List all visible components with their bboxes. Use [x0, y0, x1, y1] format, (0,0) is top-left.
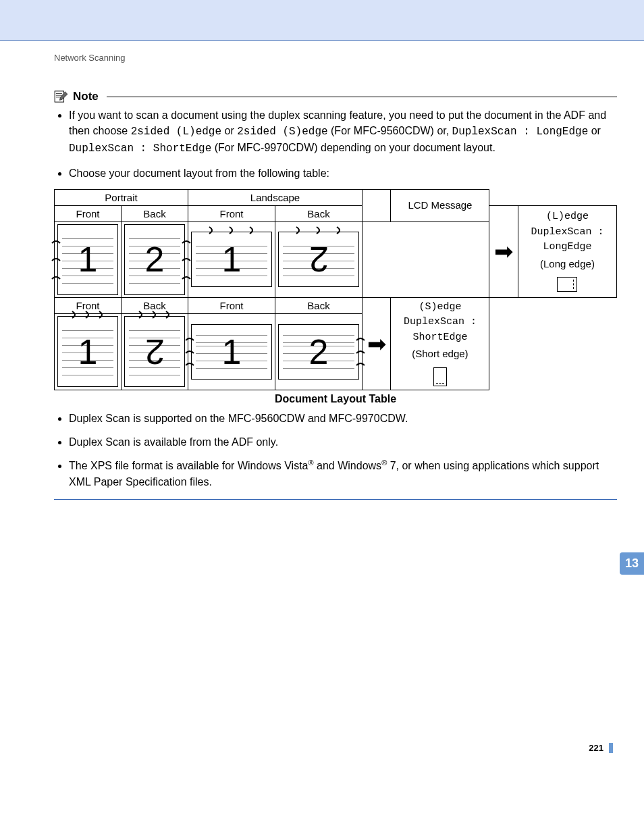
- note-item-choose-layout: Choose your document layout from the fol…: [69, 165, 617, 181]
- header-landscape: Landscape: [188, 189, 363, 205]
- note-item-duplex-choose: If you want to scan a document using the…: [69, 107, 617, 157]
- r1-land-front-img: 1: [188, 221, 275, 297]
- note-list: If you want to scan a document using the…: [54, 107, 617, 181]
- long-edge-icon: [557, 277, 577, 292]
- r2-land-back-img: 2: [275, 313, 363, 390]
- document-layout-table: Portrait Landscape LCD Message Front Bac…: [54, 189, 617, 390]
- chapter-tab: 13: [620, 552, 644, 575]
- r1-land-back-label: Back: [275, 205, 363, 221]
- r1-portrait-back-label: Back: [122, 205, 188, 221]
- note-header: Note: [54, 90, 617, 103]
- r2-portrait-front-img: 1: [55, 313, 122, 390]
- header-band: [0, 0, 644, 41]
- r1-land-back-img: 2: [275, 221, 363, 297]
- r1-portrait-front-label: Front: [55, 205, 122, 221]
- note-item-supported: Duplex Scan is supported on the MFC-9560…: [69, 411, 617, 426]
- r1-portrait-front-img: 1: [55, 221, 122, 297]
- note-close-rule: [54, 499, 617, 500]
- r2-portrait-back-img: 2: [122, 313, 188, 390]
- note-item-adf-only: Duplex Scan is available from the ADF on…: [69, 434, 617, 450]
- r1-arrow-cell: ➡: [489, 205, 518, 297]
- header-lcd: LCD Message: [391, 189, 489, 221]
- short-edge-icon: [433, 367, 447, 386]
- note-list-after: Duplex Scan is supported on the MFC-9560…: [54, 411, 617, 490]
- binding-tick-icon: [51, 239, 61, 244]
- note-item-xps: The XPS file format is available for Win…: [69, 458, 617, 490]
- section-heading: Network Scanning: [54, 53, 617, 63]
- note-label: Note: [73, 90, 99, 103]
- r2-land-front-label: Front: [188, 297, 275, 313]
- r1-portrait-back-img: 2: [122, 221, 188, 297]
- r2-land-front-img: 1: [188, 313, 275, 390]
- note-icon: [54, 90, 69, 103]
- r2-lcd: (S)edge DuplexScan : ShortEdge (Short ed…: [391, 297, 489, 390]
- page-content: Network Scanning Note If you want to sca…: [0, 53, 644, 780]
- header-arrow-blank: [363, 189, 391, 221]
- table-caption: Document Layout Table: [54, 393, 617, 405]
- r2-arrow-cell: ➡: [363, 297, 391, 390]
- r1-land-front-label: Front: [188, 205, 275, 221]
- r1-lcd: (L)edge DuplexScan : LongEdge (Long edge…: [518, 205, 616, 297]
- arrow-right-icon: ➡: [494, 238, 513, 264]
- header-portrait: Portrait: [55, 189, 188, 205]
- r2-land-back-label: Back: [275, 297, 363, 313]
- page-number: 221: [54, 743, 617, 753]
- note-rule: [107, 97, 617, 97]
- arrow-right-icon: ➡: [367, 331, 386, 357]
